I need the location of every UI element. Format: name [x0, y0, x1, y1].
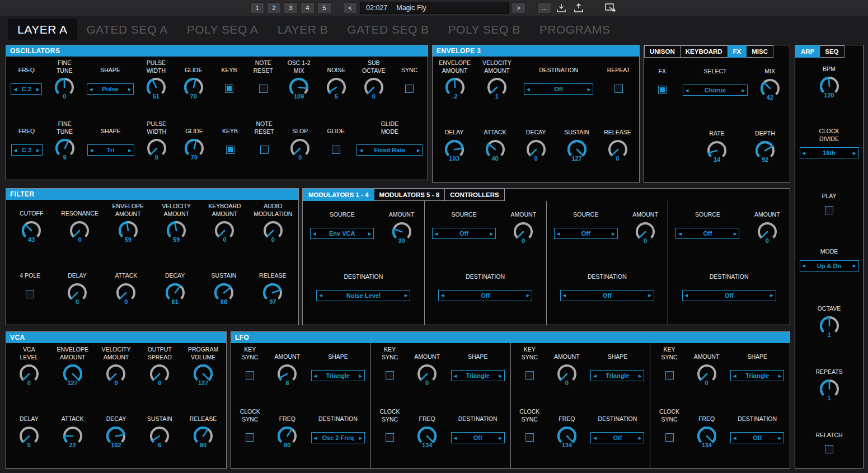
- mod1-source-select[interactable]: ◀Env VCA▶: [310, 228, 374, 239]
- send-to-synth-icon[interactable]: [571, 2, 586, 14]
- mod1-amount-knob[interactable]: [390, 221, 414, 240]
- memory-button-3[interactable]: 3: [284, 2, 298, 13]
- arp-octave-knob[interactable]: [817, 315, 842, 334]
- lfo1-clock-sync-checkbox[interactable]: [246, 433, 254, 442]
- env3-destination-next-arrow-icon[interactable]: ▶: [588, 87, 590, 91]
- osc1-keyb-checkbox[interactable]: [225, 85, 233, 93]
- arp-mode-next-arrow-icon[interactable]: ▶: [853, 264, 856, 268]
- filter-envelope-amount-knob[interactable]: [116, 219, 140, 238]
- lfo2-freq-knob[interactable]: [415, 425, 439, 444]
- arp-clock-divide-select[interactable]: ◀16th▶: [800, 147, 859, 158]
- transfer-icon[interactable]: [603, 2, 618, 14]
- osc1-fine-tune-knob[interactable]: [52, 76, 77, 95]
- glide-mode-select[interactable]: ◀Fixed Rate▶: [356, 144, 423, 156]
- env3-delay-knob[interactable]: [442, 138, 467, 157]
- memory-button-4[interactable]: 4: [301, 2, 315, 13]
- fx-panel-tab-fx[interactable]: FX: [728, 45, 747, 58]
- slop-knob[interactable]: [288, 137, 312, 156]
- filter-release-knob[interactable]: [260, 282, 285, 301]
- filter-cutoff-knob[interactable]: [19, 219, 44, 238]
- nav-tab-layer-b[interactable]: LAYER B: [268, 19, 338, 40]
- more-options-button[interactable]: ...: [537, 2, 551, 13]
- fx-depth-knob[interactable]: [753, 139, 777, 158]
- vca-level-knob[interactable]: [17, 363, 41, 382]
- lfo3-clock-sync-checkbox[interactable]: [526, 433, 534, 442]
- filter-keyboard-amount-knob[interactable]: [212, 219, 237, 238]
- lfo1-destination-next-arrow-icon[interactable]: ▶: [359, 436, 362, 440]
- osc1-glide-knob[interactable]: [181, 76, 206, 95]
- nav-tab-gated-seq-b[interactable]: GATED SEQ B: [337, 19, 438, 40]
- arp-bpm-knob[interactable]: [817, 75, 842, 94]
- vca-velocity-amount-knob[interactable]: [104, 363, 128, 382]
- next-program-button[interactable]: >: [512, 2, 526, 13]
- lfo4-destination-select[interactable]: ◀Off▶: [730, 432, 784, 443]
- lfo3-destination-select[interactable]: ◀Off▶: [590, 432, 644, 443]
- mod3-amount-knob[interactable]: [633, 221, 658, 240]
- env3-release-knob[interactable]: [606, 138, 630, 157]
- mod3-source-next-arrow-icon[interactable]: ▶: [612, 232, 614, 236]
- mod2-amount-knob[interactable]: [511, 221, 536, 240]
- noise-knob[interactable]: [324, 76, 349, 95]
- vca-delay-knob[interactable]: [17, 425, 41, 444]
- lfo2-shape-select[interactable]: ◀Triangle▶: [451, 370, 505, 381]
- lfo3-amount-knob[interactable]: [555, 363, 579, 382]
- lfo4-amount-knob[interactable]: [695, 363, 719, 382]
- filter-delay-knob[interactable]: [65, 282, 90, 301]
- vca-release-knob[interactable]: [191, 425, 215, 444]
- arp-repeats-knob[interactable]: [817, 378, 842, 397]
- lfo4-shape-next-arrow-icon[interactable]: ▶: [778, 374, 781, 378]
- env3-attack-knob[interactable]: [483, 138, 508, 157]
- osc1-shape-next-arrow-icon[interactable]: ▶: [128, 87, 131, 91]
- mod1-destination-next-arrow-icon[interactable]: ▶: [405, 293, 407, 297]
- mod1-destination-select[interactable]: ◀Noise Level▶: [316, 290, 410, 301]
- vca-output-spread-knob[interactable]: [147, 363, 172, 382]
- vca-sustain-knob[interactable]: [147, 425, 172, 444]
- lfo4-destination-next-arrow-icon[interactable]: ▶: [778, 436, 781, 440]
- modulators-tab-modulators-5-8[interactable]: MODULATORS 5 - 8: [374, 189, 445, 201]
- fx-panel-tab-misc[interactable]: MISC: [747, 45, 773, 58]
- lfo3-shape-select[interactable]: ◀Triangle▶: [590, 370, 644, 381]
- arp-panel-tab-seq[interactable]: SEQ: [820, 45, 844, 58]
- lfo1-shape-next-arrow-icon[interactable]: ▶: [359, 374, 362, 378]
- receive-from-synth-icon[interactable]: [554, 2, 569, 14]
- arp-play-checkbox[interactable]: [825, 206, 833, 214]
- fx-select-next-arrow-icon[interactable]: ▶: [742, 88, 745, 92]
- mod2-destination-select[interactable]: ◀Off▶: [438, 290, 532, 301]
- modulators-tab-modulators-1-4[interactable]: MODULATORS 1 - 4: [303, 189, 374, 201]
- osc-sync-checkbox[interactable]: [405, 85, 414, 93]
- osc2-freq-select[interactable]: ◀C 2▶: [11, 144, 43, 156]
- env3-velocity-amount-knob[interactable]: [485, 76, 509, 95]
- lfo2-shape-next-arrow-icon[interactable]: ▶: [499, 374, 501, 378]
- lfo3-key-sync-checkbox[interactable]: [526, 371, 534, 380]
- mod3-source-select[interactable]: ◀Off▶: [554, 228, 618, 239]
- mod3-destination-next-arrow-icon[interactable]: ▶: [648, 293, 651, 297]
- osc2-shape-select[interactable]: ◀Tri▶: [87, 144, 134, 156]
- filter-velocity-amount-knob[interactable]: [164, 219, 189, 238]
- arp-relatch-checkbox[interactable]: [825, 445, 833, 453]
- fx-mix-knob[interactable]: [758, 77, 782, 96]
- lfo4-freq-knob[interactable]: [695, 425, 719, 444]
- nav-tab-poly-seq-a[interactable]: POLY SEQ A: [177, 19, 268, 40]
- env3-decay-knob[interactable]: [524, 138, 548, 157]
- osc2-shape-next-arrow-icon[interactable]: ▶: [128, 148, 131, 152]
- filter-4-pole-checkbox[interactable]: [26, 290, 34, 298]
- fx-select-select[interactable]: ◀Chorus▶: [683, 85, 748, 96]
- lfo4-key-sync-checkbox[interactable]: [665, 371, 674, 380]
- osc1-pulse-width-knob[interactable]: [144, 76, 168, 95]
- fx-panel-tab-unison[interactable]: UNISON: [644, 45, 681, 58]
- osc2-fine-tune-knob[interactable]: [53, 137, 77, 156]
- fx-enable-checkbox[interactable]: [658, 86, 667, 94]
- lfo4-shape-select[interactable]: ◀Triangle▶: [730, 370, 784, 381]
- mod4-destination-select[interactable]: ◀Off▶: [682, 290, 776, 301]
- lfo3-destination-next-arrow-icon[interactable]: ▶: [639, 436, 641, 440]
- mod2-destination-next-arrow-icon[interactable]: ▶: [527, 293, 529, 297]
- lfo2-destination-select[interactable]: ◀Off▶: [451, 432, 505, 443]
- memory-button-5[interactable]: 5: [317, 2, 331, 13]
- vca-envelope-amount-knob[interactable]: [60, 363, 85, 382]
- fx-rate-knob[interactable]: [705, 139, 729, 158]
- mod1-source-next-arrow-icon[interactable]: ▶: [368, 232, 371, 236]
- mod2-source-select[interactable]: ◀Off▶: [432, 228, 496, 239]
- filter-decay-knob[interactable]: [163, 282, 187, 301]
- mod4-destination-next-arrow-icon[interactable]: ▶: [770, 293, 773, 297]
- memory-button-2[interactable]: 2: [267, 2, 281, 13]
